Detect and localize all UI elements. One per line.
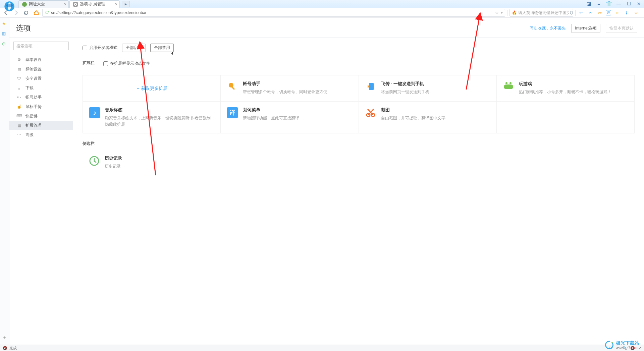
show-text-checkbox[interactable]: 在扩展栏显示动态文字 [103, 61, 150, 66]
header-actions: 同步收藏，永不丢失 Internet选项 恢复本页默认 [530, 24, 637, 33]
toolbar-right-icons: ↩ ✂ 🗝 译 ☺ ⭳ ☆ [578, 9, 642, 16]
section-title-bar: 扩展栏 [83, 60, 95, 66]
tab-label: 网址大全 [29, 1, 45, 7]
svg-rect-3 [369, 83, 374, 90]
bookmark-star-icon[interactable]: ☆ [495, 10, 499, 15]
panel-icon[interactable]: ▥ [2, 31, 7, 37]
ext-music-tag[interactable]: ♪ 音乐标签独家音乐标签技术，上网听音乐一键切换随意听 作者已强制隐藏此扩展 [83, 102, 221, 133]
nav-extensions[interactable]: ▦扩展管理 [9, 121, 73, 130]
speaker-icon[interactable]: 🔇 [3, 346, 7, 350]
home-button[interactable] [32, 9, 40, 17]
history-clock-icon[interactable]: ◷ [2, 41, 7, 47]
gear-icon [73, 2, 78, 7]
star-icon[interactable]: ★ [2, 21, 7, 26]
address-bar[interactable]: 🛡 ☆ ▾ [42, 9, 505, 17]
extension-grid-bar: ＋ 获取更多扩展 帐号助手帮您管理多个帐号，切换帐号、同时登录更方便 飞传 - … [83, 75, 635, 133]
feedback-icon[interactable]: ◪ [584, 0, 594, 7]
internet-options-button[interactable]: Internet选项 [571, 24, 600, 33]
show-text-input[interactable] [103, 61, 108, 66]
menu-icon[interactable]: ≡ [594, 0, 604, 7]
emoji-icon[interactable]: ☺ [614, 9, 621, 16]
hot-search-box[interactable]: 🔥 Q [509, 9, 573, 17]
dev-mode-input[interactable] [83, 46, 87, 50]
workspace: ★ ▥ ◷ ＋ 选项 同步收藏，永不丢失 Internet选项 恢复本页默认 ⚙… [0, 18, 644, 345]
nav-security[interactable]: 🛡安全设置 [9, 74, 73, 83]
dev-mode-checkbox[interactable]: 启用开发者模式 [83, 45, 117, 51]
tab-strip: 网址大全 × 选项-扩展管理 × ▸ [18, 0, 130, 8]
add-sidebar-icon[interactable]: ＋ [2, 334, 7, 341]
watermark-brand: 极光下载站 [616, 340, 639, 346]
gesture-icon: ☝ [17, 104, 21, 109]
ext-feichuan[interactable]: 飞传 - 一键发送到手机将当前网页一键发送到手机 [359, 75, 497, 102]
gamepad-icon [503, 81, 514, 92]
scissors-icon[interactable]: ✂ [587, 9, 594, 16]
favicon-icon [22, 2, 27, 7]
keyboard-icon: ⌨ [17, 114, 21, 118]
dropdown-icon[interactable]: ▾ [501, 10, 503, 15]
separator [575, 10, 576, 16]
ext-history[interactable]: 历史记录历史记录 [83, 150, 221, 176]
extension-controls: 启用开发者模式 全部启用 全部禁用 [83, 44, 635, 52]
watermark: 极光下载站 www.xz7.com [605, 340, 639, 350]
empty-cell [497, 102, 635, 133]
key-icon: 🗝 [17, 95, 21, 100]
minimize-icon[interactable]: — [614, 0, 624, 7]
key-icon [227, 81, 238, 92]
download-icon[interactable]: ⭳ [623, 9, 630, 16]
nav-gesture[interactable]: ☝鼠标手势 [9, 102, 73, 111]
tab-site-directory[interactable]: 网址大全 × [18, 0, 69, 8]
watermark-url: www.xz7.com [616, 346, 639, 350]
new-tab-button[interactable]: ▸ [122, 1, 130, 7]
shield-icon: 🛡 [17, 76, 21, 81]
window-controls: ◪ ≡ 👕 — ☐ ✕ [584, 0, 644, 7]
search-icon[interactable]: Q [570, 10, 573, 15]
search-options-input[interactable] [13, 42, 69, 50]
close-window-icon[interactable]: ✕ [634, 0, 644, 7]
skin-icon[interactable]: 👕 [604, 0, 614, 7]
settings-page: 选项 同步收藏，永不丢失 Internet选项 恢复本页默认 ⚙基本设置 ▤标签… [9, 18, 644, 345]
close-icon[interactable]: × [64, 2, 66, 7]
ext-account-helper[interactable]: 帐号助手帮您管理多个帐号，切换帐号、同时登录更方便 [221, 75, 359, 102]
maximize-icon[interactable]: ☐ [624, 0, 634, 7]
svg-rect-2 [231, 86, 235, 90]
tab-label: 选项-扩展管理 [80, 1, 105, 7]
svg-point-6 [509, 82, 512, 84]
nav-advanced[interactable]: ⋯高级 [9, 130, 73, 139]
ext-games[interactable]: 玩游戏热门游戏推荐，小号多开，顺畅不卡，轻松玩游戏！ [497, 75, 635, 102]
settings-content: 启用开发者模式 全部启用 全部禁用 扩展栏 在扩展栏显示动态文字 [73, 38, 644, 345]
page-body: ⚙基本设置 ▤标签设置 🛡安全设置 ⭳下载 🗝帐号助手 ☝鼠标手势 ⌨快捷键 ▦… [9, 38, 644, 345]
address-input[interactable] [51, 10, 493, 15]
close-icon[interactable]: × [115, 2, 117, 7]
ext-word-menu[interactable]: 译 划词菜单新增翻译功能，点此可直接翻译 [221, 102, 359, 133]
nav-tabs[interactable]: ▤标签设置 [9, 64, 73, 74]
get-more-extensions[interactable]: ＋ 获取更多扩展 [83, 75, 221, 102]
key-icon[interactable]: 🗝 [596, 9, 603, 16]
title-bar: 网址大全 × 选项-扩展管理 × ▸ ◪ ≡ 👕 — ☐ ✕ [0, 0, 644, 8]
page-title: 选项 [16, 23, 31, 33]
sync-link[interactable]: 同步收藏，永不丢失 [530, 25, 566, 31]
nav-account[interactable]: 🗝帐号助手 [9, 93, 73, 102]
page-header: 选项 同步收藏，永不丢失 Internet选项 恢复本页默认 [9, 18, 644, 38]
download-icon: ⭳ [17, 85, 21, 90]
nav-download[interactable]: ⭳下载 [9, 83, 73, 93]
ext-screenshot[interactable]: 截图自由截图，并可提取、翻译图中文字 [359, 102, 497, 133]
restore-tab-icon[interactable]: ↩ [578, 9, 584, 16]
settings-side-nav: ⚙基本设置 ▤标签设置 🛡安全设置 ⭳下载 🗝帐号助手 ☝鼠标手势 ⌨快捷键 ▦… [9, 38, 73, 345]
more-icon: ⋯ [17, 132, 21, 137]
left-sidebar-strip: ★ ▥ ◷ ＋ [0, 18, 9, 345]
shield-icon[interactable]: 🛡 [45, 10, 49, 15]
gear-icon: ⚙ [17, 57, 21, 62]
hot-search-input[interactable] [518, 10, 569, 15]
tab-settings-extensions[interactable]: 选项-扩展管理 × [69, 0, 120, 8]
reload-button[interactable] [22, 9, 30, 17]
send-phone-icon [365, 81, 376, 92]
nav-basic[interactable]: ⚙基本设置 [9, 55, 73, 64]
nav-shortcut[interactable]: ⌨快捷键 [9, 111, 73, 121]
enable-all-button[interactable]: 全部启用 [122, 44, 146, 52]
clock-icon [89, 155, 100, 167]
restore-defaults-button[interactable]: 恢复本页默认 [606, 24, 637, 33]
disable-all-button[interactable]: 全部禁用 [150, 44, 174, 52]
translate-icon[interactable]: 译 [606, 10, 611, 15]
browser-logo [0, 0, 18, 8]
favorites-icon[interactable]: ☆ [633, 9, 639, 16]
